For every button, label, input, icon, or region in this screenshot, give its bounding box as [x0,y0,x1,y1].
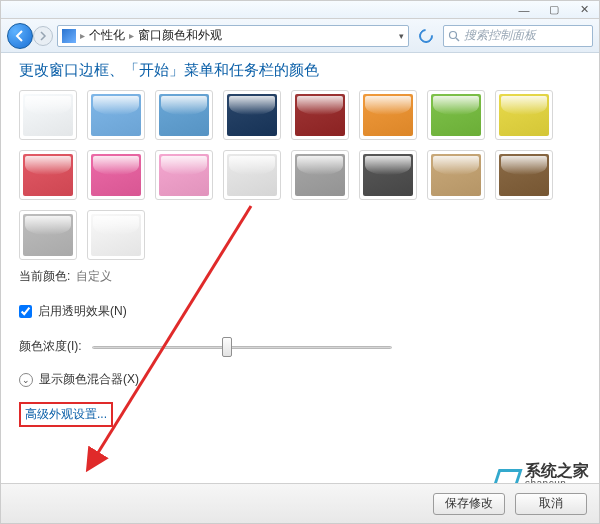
color-intensity-slider[interactable] [92,340,392,354]
breadcrumb[interactable]: ▸ 个性化 ▸ 窗口颜色和外观 ▾ [57,25,409,47]
maximize-button[interactable]: ▢ [539,2,569,18]
color-swatch[interactable] [291,90,349,140]
window-titlebar: — ▢ ✕ [1,1,599,19]
content-area: 更改窗口边框、「开始」菜单和任务栏的颜色 当前颜色: 自定义 启用透明效果(N)… [1,53,599,427]
color-swatch[interactable] [495,150,553,200]
page-title: 更改窗口边框、「开始」菜单和任务栏的颜色 [19,61,581,80]
enable-transparency-row[interactable]: 启用透明效果(N) [19,303,581,320]
slider-track [92,346,392,349]
color-swatch[interactable] [19,210,77,260]
enable-transparency-label: 启用透明效果(N) [38,303,127,320]
watermark-title: 系统之家 [525,463,589,479]
enable-transparency-checkbox[interactable] [19,305,32,318]
slider-thumb[interactable] [222,337,232,357]
personalization-icon [62,29,76,43]
chevron-down-icon[interactable]: ▾ [399,31,404,41]
close-button[interactable]: ✕ [569,2,599,18]
color-swatch[interactable] [19,150,77,200]
search-input[interactable]: 搜索控制面板 [443,25,593,47]
current-color-value: 自定义 [76,268,112,285]
address-bar: ▸ 个性化 ▸ 窗口颜色和外观 ▾ 搜索控制面板 [1,19,599,53]
color-swatch[interactable] [87,90,145,140]
color-swatch[interactable] [359,90,417,140]
color-swatch[interactable] [291,150,349,200]
color-swatch[interactable] [155,150,213,200]
color-swatch[interactable] [87,210,145,260]
color-swatch[interactable] [495,90,553,140]
color-swatch[interactable] [223,150,281,200]
back-button[interactable] [7,23,33,49]
color-swatch[interactable] [427,90,485,140]
color-swatch[interactable] [155,90,213,140]
save-button[interactable]: 保存修改 [433,493,505,515]
color-intensity-label: 颜色浓度(I): [19,338,82,355]
svg-line-1 [456,38,459,41]
minimize-button[interactable]: — [509,2,539,18]
annotation-highlight-box: 高级外观设置... [19,402,113,427]
forward-button[interactable] [33,26,53,46]
color-swatch[interactable] [427,150,485,200]
color-mixer-expander[interactable]: ⌄ 显示颜色混合器(X) [19,371,581,388]
breadcrumb-item-personalization[interactable]: 个性化 [89,27,125,44]
advanced-appearance-link[interactable]: 高级外观设置... [25,407,107,421]
chevron-down-icon: ⌄ [19,373,33,387]
current-color-label: 当前颜色: [19,268,70,285]
chevron-right-icon: ▸ [80,30,85,41]
chevron-right-icon: ▸ [129,30,134,41]
breadcrumb-item-window-color[interactable]: 窗口颜色和外观 [138,27,222,44]
color-swatch-grid [19,90,581,260]
search-placeholder: 搜索控制面板 [464,27,536,44]
color-intensity-row: 颜色浓度(I): [19,338,581,355]
cancel-button[interactable]: 取消 [515,493,587,515]
footer-bar: 保存修改 取消 [1,483,599,523]
color-swatch[interactable] [87,150,145,200]
color-swatch[interactable] [359,150,417,200]
color-mixer-label: 显示颜色混合器(X) [39,371,139,388]
color-swatch[interactable] [223,90,281,140]
current-color-row: 当前颜色: 自定义 [19,268,581,285]
svg-point-0 [450,31,457,38]
search-icon [448,30,460,42]
color-swatch[interactable] [19,90,77,140]
refresh-icon[interactable] [416,26,436,46]
